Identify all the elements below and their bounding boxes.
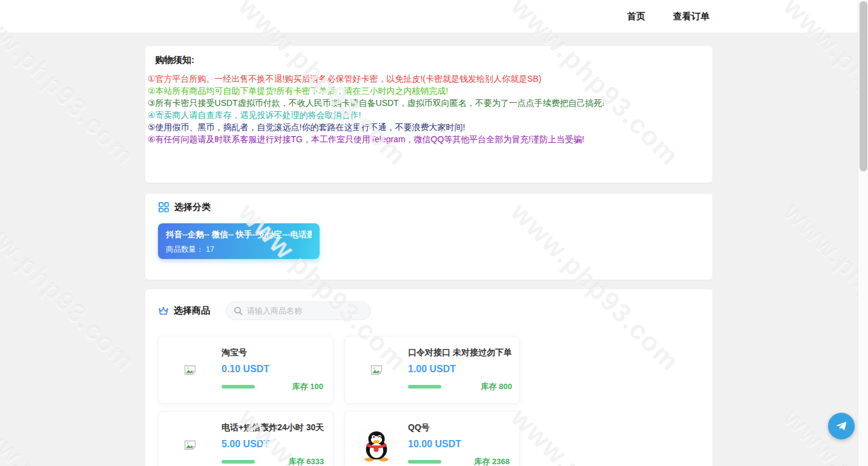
search-icon	[234, 306, 243, 315]
stock-progress-bar	[222, 385, 255, 389]
notice-line-6: ⑥有任何问题请及时联系客服进行对接TG，本工作室只使用Telegram，微信QQ…	[148, 133, 703, 145]
stock-progress-bar	[222, 460, 255, 464]
nav-orders-link[interactable]: 查看订单	[673, 11, 709, 22]
product-stock: 库存 800	[481, 381, 512, 392]
notice-line-3: ③所有卡密只接受USDT虚拟币付款，不收人民币!购卡请自备USDT，虚拟币双向匿…	[148, 97, 703, 109]
notice-line-5: ⑤使用假币、黑币，捣乱者，自觉滚远点!你的套路在这里行不通，不要浪费大家时间!	[148, 121, 703, 133]
products-section-card: 选择商品	[145, 289, 712, 466]
product-price: 5.00 USDT	[222, 439, 324, 450]
product-stock: 库存 2368	[474, 456, 510, 466]
broken-image-icon	[345, 365, 408, 375]
broken-image-icon	[159, 440, 222, 450]
notice-lines: ①官方平台所购。一经出售不换不退!购买后请务必保管好卡密，以免扯皮!(卡密就是钱…	[148, 73, 703, 145]
telegram-fab-button[interactable]	[828, 413, 855, 439]
product-search-box[interactable]	[226, 301, 371, 320]
products-section-title: 选择商品	[174, 305, 210, 317]
product-card-qq[interactable]: QQ号 10.00 USDT 库存 2368	[344, 411, 520, 466]
nav-home-link[interactable]: 首页	[627, 11, 645, 22]
product-stock: 库存 6333	[289, 456, 324, 466]
broken-image-icon	[159, 365, 222, 375]
crown-icon	[158, 306, 169, 316]
notice-line-4: ④寄卖商人请自查库存，遇见投诉不处理的将会取消合作!	[148, 109, 703, 121]
telegram-plane-icon	[834, 419, 849, 433]
stock-progress-bar	[408, 460, 441, 464]
product-name: 口令对接口 未对接过勿下单	[408, 347, 512, 358]
product-name: QQ号	[408, 422, 510, 433]
category-grid-icon	[158, 202, 169, 213]
shopping-notice-card: 购物须知: ①官方平台所购。一经出售不换不退!购买后请务必保管好卡密，以免扯皮!…	[145, 46, 712, 183]
page-scrollbar[interactable]	[858, 0, 868, 466]
notice-title: 购物须知:	[148, 54, 703, 66]
product-price: 0.10 USDT	[222, 364, 323, 375]
search-input[interactable]	[247, 306, 363, 315]
category-name: 抖音--企鹅-- 微信-- 快手--支付宝---电话轰炸 T	[166, 229, 312, 240]
main-nav: 首页 查看订单	[627, 0, 709, 33]
product-card-sms-bomb[interactable]: 电话+短信轰炸24小时 30天 5.00 USDT 库存 6333	[158, 411, 334, 466]
category-count: 商品数量： 17	[166, 244, 312, 255]
product-name: 电话+短信轰炸24小时 30天	[222, 422, 324, 433]
product-price: 1.00 USDT	[408, 364, 512, 375]
notice-line-2: ②本站所有商品均可自助下单提货!所有卡密下单后，请在三小时内之内核销完成!	[148, 85, 703, 97]
product-grid: 淘宝号 0.10 USDT 库存 100	[158, 336, 700, 466]
product-card-taobao[interactable]: 淘宝号 0.10 USDT 库存 100	[158, 336, 334, 404]
product-stock: 库存 100	[292, 381, 323, 392]
qq-penguin-icon	[345, 426, 408, 464]
product-card-command-api[interactable]: 口令对接口 未对接过勿下单 1.00 USDT 库存 800	[344, 336, 520, 404]
product-price: 10.00 USDT	[408, 439, 510, 450]
product-name: 淘宝号	[222, 347, 323, 358]
scrollbar-thumb[interactable]	[860, 1, 867, 171]
category-section-title: 选择分类	[174, 202, 211, 213]
top-header: 首页 查看订单	[0, 0, 858, 33]
category-section-card: 选择分类 抖音--企鹅-- 微信-- 快手--支付宝---电话轰炸 T 商品数量…	[145, 194, 712, 280]
notice-line-1: ①官方平台所购。一经出售不换不退!购买后请务必保管好卡密，以免扯皮!(卡密就是钱…	[148, 73, 703, 85]
category-button[interactable]: 抖音--企鹅-- 微信-- 快手--支付宝---电话轰炸 T 商品数量： 17	[158, 223, 320, 259]
main-area: 购物须知: ①官方平台所购。一经出售不换不退!购买后请务必保管好卡密，以免扯皮!…	[0, 33, 858, 466]
stock-progress-bar	[408, 385, 441, 389]
